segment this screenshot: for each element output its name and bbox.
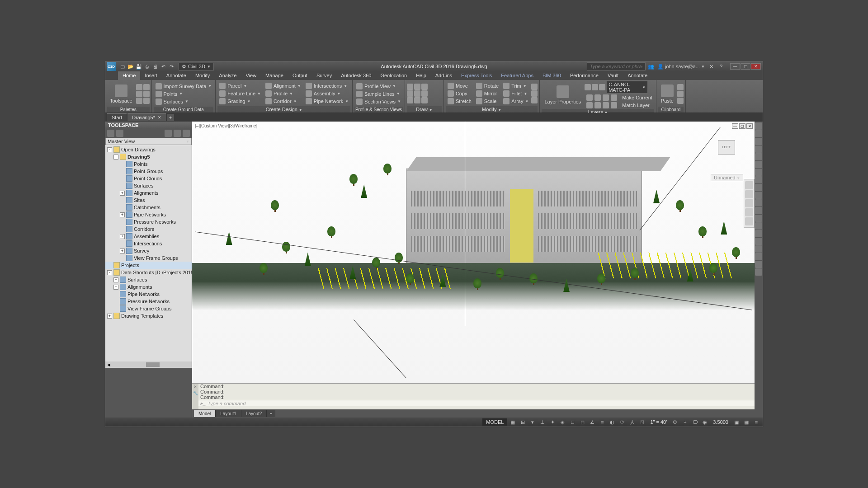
stretch-button[interactable]: Stretch xyxy=(446,98,473,105)
isolate-icon[interactable]: ▣ xyxy=(732,418,741,426)
icon[interactable] xyxy=(107,130,114,137)
prospector-tree[interactable]: -Open Drawings-Drawing5PointsPoint Group… xyxy=(105,145,192,361)
panel-title[interactable]: Create Ground Data xyxy=(154,107,214,113)
lock-icon[interactable] xyxy=(599,84,605,90)
pipe-network-button[interactable]: Pipe Network ▼ xyxy=(304,98,350,105)
viewport[interactable]: [–][Custom View][3dWireframe] — ▢ ✕ xyxy=(192,122,755,418)
arc-icon[interactable] xyxy=(414,84,420,90)
panel-title[interactable]: Draw ▼ xyxy=(407,106,442,113)
ribbon-tab-geolocation[interactable]: Geolocation xyxy=(376,71,411,80)
parcel-button[interactable]: Parcel ▼ xyxy=(217,82,263,89)
tool-icon[interactable] xyxy=(755,145,762,153)
tab-layout1[interactable]: Layout1 xyxy=(216,410,241,417)
points-button[interactable]: Points ▼ xyxy=(154,90,214,98)
osnap-icon[interactable]: □ xyxy=(568,418,577,426)
expand-icon[interactable]: - xyxy=(107,147,112,152)
tool-icon[interactable] xyxy=(755,215,762,222)
poly-icon[interactable] xyxy=(414,97,420,103)
maximize-viewport-icon[interactable]: ▢ xyxy=(739,123,745,129)
expand-icon[interactable]: + xyxy=(120,249,125,253)
ribbon-tab-annotate[interactable]: Annotate xyxy=(162,71,191,80)
user-menu[interactable]: 👤 john.sayre@a... ▼ xyxy=(657,64,705,70)
maximize-button[interactable]: ▢ xyxy=(741,63,750,70)
tree-node[interactable]: +Alignments xyxy=(105,283,192,291)
ribbon-tab-express-tools[interactable]: Express Tools xyxy=(457,71,496,80)
mirror-button[interactable]: Mirror xyxy=(474,90,500,97)
tree-node[interactable]: View Frame Groups xyxy=(105,305,192,312)
ribbon-tab-view[interactable]: View xyxy=(241,71,261,80)
make-current-button[interactable]: Make Current xyxy=(585,94,654,101)
tool-icon[interactable] xyxy=(755,153,762,160)
tree-node[interactable]: +Drawing Templates xyxy=(105,312,192,319)
icon[interactable] xyxy=(136,98,142,104)
ribbon-tab-autodesk-360[interactable]: Autodesk 360 xyxy=(336,71,376,80)
expand-icon[interactable]: - xyxy=(113,155,118,160)
icon[interactable] xyxy=(143,84,150,90)
icon[interactable] xyxy=(531,84,538,90)
add-layout-button[interactable]: + xyxy=(267,410,275,417)
panel-title[interactable]: Modify ▼ xyxy=(446,106,538,113)
corridor-button[interactable]: Corridor ▼ xyxy=(264,98,303,105)
view-name-badge[interactable]: Unnamed ▼ xyxy=(711,174,743,181)
undo-icon[interactable]: ↶ xyxy=(160,63,167,70)
navigation-bar[interactable] xyxy=(744,179,755,228)
surfaces-button[interactable]: Surfaces ▼ xyxy=(154,98,214,105)
minimize-button[interactable]: — xyxy=(730,63,740,70)
match-icon[interactable] xyxy=(677,98,684,104)
elevation-value[interactable]: 3.5000 xyxy=(710,419,731,425)
saveas-icon[interactable]: ⎙ xyxy=(143,63,151,70)
open-icon[interactable]: 📂 xyxy=(127,63,134,70)
panel-title[interactable]: Create Design ▼ xyxy=(217,106,350,113)
close-icon[interactable]: ✕ xyxy=(158,115,161,120)
view-selector[interactable]: Master View▼ xyxy=(105,138,192,145)
bulb-icon[interactable] xyxy=(585,84,591,90)
tree-node[interactable]: Catchments xyxy=(105,204,192,211)
drawing-canvas[interactable]: LEFT Unnamed ▼ xyxy=(192,122,755,383)
tree-node[interactable]: Point Groups xyxy=(105,168,192,175)
tool-icon[interactable] xyxy=(755,222,762,230)
help-icon[interactable]: ? xyxy=(717,63,725,70)
ribbon-tab-featured-apps[interactable]: Featured Apps xyxy=(496,71,538,80)
ribbon-tab-insert[interactable]: Insert xyxy=(140,71,162,80)
fillet-button[interactable]: Fillet ▼ xyxy=(501,90,530,97)
ribbon-tab-performance[interactable]: Performance xyxy=(566,71,603,80)
command-handle[interactable]: ✕🔧 xyxy=(192,384,198,409)
tree-node[interactable]: -Data Shortcuts [D:\Projects 2015\... xyxy=(105,269,192,276)
tool-icon[interactable] xyxy=(755,268,762,276)
icon[interactable] xyxy=(531,97,538,103)
tree-node[interactable]: Sites xyxy=(105,197,192,204)
grading-button[interactable]: Grading ▼ xyxy=(217,98,263,105)
expand-icon[interactable]: + xyxy=(113,285,118,290)
cycling-icon[interactable]: ⟳ xyxy=(618,418,627,426)
monitor-icon[interactable]: 🖵 xyxy=(690,418,699,426)
polar-icon[interactable]: ✦ xyxy=(548,418,557,426)
signin-icon[interactable]: 👥 xyxy=(647,63,655,70)
tool-icon[interactable] xyxy=(755,130,762,137)
ribbon-tab-bim-360[interactable]: BIM 360 xyxy=(538,71,566,80)
icon[interactable] xyxy=(165,130,172,137)
copy-icon[interactable] xyxy=(677,91,684,97)
ribbon-tab-annotate[interactable]: Annotate xyxy=(623,71,652,80)
tree-node[interactable]: Point Clouds xyxy=(105,175,192,182)
gear-icon[interactable]: ⚙ xyxy=(670,418,679,426)
tree-scrollbar[interactable]: ◄► xyxy=(105,361,192,368)
intersections-button[interactable]: Intersections ▼ xyxy=(304,82,350,89)
tool-icon[interactable] xyxy=(755,192,762,199)
close-viewport-icon[interactable]: ✕ xyxy=(746,123,753,129)
tree-node[interactable]: View Frame Groups xyxy=(105,254,192,262)
circle-icon[interactable] xyxy=(407,90,413,97)
app-icon[interactable]: C3D xyxy=(107,62,116,71)
viewport-label[interactable]: [–][Custom View][3dWireframe] xyxy=(195,123,257,128)
tab-model[interactable]: Model xyxy=(194,410,216,417)
tab-layout2[interactable]: Layout2 xyxy=(241,410,267,417)
copy-button[interactable]: Copy xyxy=(446,90,473,97)
help-icon[interactable] xyxy=(183,130,190,137)
iso-icon[interactable]: ◈ xyxy=(558,418,567,426)
close-icon[interactable]: ✕ xyxy=(193,385,197,389)
panel-title[interactable]: Palettes xyxy=(107,107,150,113)
text-icon[interactable] xyxy=(421,97,428,103)
tree-node[interactable]: +Assemblies xyxy=(105,233,192,240)
tool-icon[interactable] xyxy=(755,169,762,176)
array-button[interactable]: Array ▼ xyxy=(501,98,530,105)
tree-node[interactable]: Points xyxy=(105,160,192,168)
